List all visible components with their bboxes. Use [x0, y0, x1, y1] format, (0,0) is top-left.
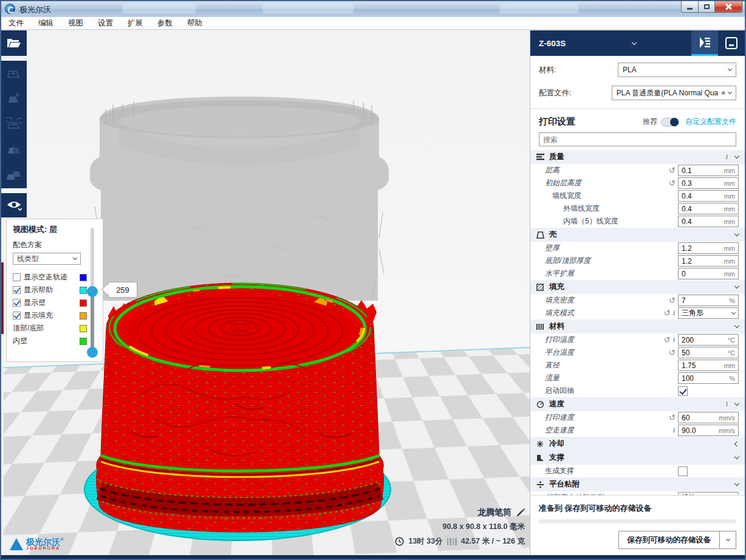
- layer-option-row: 显示填充: [13, 309, 87, 322]
- chevron-down-icon: [734, 401, 739, 406]
- section-header-adhesion[interactable]: 平台粘附: [530, 477, 745, 491]
- printer-select[interactable]: Z-603S: [530, 39, 691, 48]
- setting-input[interactable]: 1.2mm: [678, 242, 739, 254]
- window-border-accent: [1, 262, 4, 334]
- chevron-down-icon: [632, 39, 637, 44]
- reset-icon[interactable]: ↺: [664, 335, 671, 344]
- show-shell-checkbox[interactable]: [13, 299, 21, 307]
- view-mode-button[interactable]: [1, 193, 27, 217]
- section-header-cooling[interactable]: 冷却: [530, 437, 745, 451]
- slider-handle-top[interactable]: [87, 286, 98, 297]
- mirror-tool-button[interactable]: [1, 137, 27, 163]
- setting-input[interactable]: 90.0mm/s: [678, 425, 739, 436]
- setting-input[interactable]: 0.1mm: [678, 165, 739, 176]
- rotate-tool-button[interactable]: [1, 112, 27, 137]
- menu-view[interactable]: 视图: [68, 18, 83, 29]
- material-select[interactable]: PLA: [618, 63, 736, 77]
- per-model-settings-button[interactable]: [1, 163, 27, 188]
- material-usage: 42.57 米 / ~ 126 克: [461, 536, 525, 547]
- adhesion-icon: [536, 481, 545, 488]
- filament-icon: [447, 538, 457, 545]
- minimize-button[interactable]: [681, 1, 699, 13]
- reset-icon[interactable]: ↺: [669, 348, 676, 357]
- search-input[interactable]: [539, 132, 736, 146]
- setting-row: 内墙（5）线宽度 0.4mm: [530, 215, 745, 228]
- custom-profiles-link[interactable]: 自定义配置文件: [685, 117, 736, 127]
- setting-row: 壁厚 1.2mm: [530, 242, 745, 254]
- section-header-speed[interactable]: 速度 i: [530, 397, 745, 411]
- slider-handle-bottom[interactable]: [87, 347, 98, 358]
- helpers-color-swatch: [80, 287, 87, 294]
- app-window: 极光尔沃 文件 编辑 视图 设置 扩展 参数 帮助: [0, 0, 746, 560]
- profile-select[interactable]: PLA 普通质量(PLA Normal Qua ★: [612, 86, 736, 100]
- section-header-material[interactable]: 材料: [530, 319, 745, 333]
- move-tool-button[interactable]: [1, 61, 27, 86]
- reset-icon[interactable]: ↺: [669, 296, 676, 305]
- chevron-down-icon: [734, 284, 739, 289]
- recommended-label: 推荐: [643, 117, 657, 127]
- generate-support-checkbox[interactable]: [678, 466, 688, 476]
- section-header-shell[interactable]: 壳: [530, 228, 745, 242]
- menu-edit[interactable]: 编辑: [38, 18, 53, 29]
- section-header-support[interactable]: 支撑: [530, 451, 745, 465]
- setting-input[interactable]: 0.3mm: [678, 177, 739, 189]
- maximize-button[interactable]: [699, 1, 715, 13]
- reset-icon[interactable]: ↺: [669, 413, 676, 422]
- save-to-removable-button[interactable]: 保存到可移动的存储设备: [618, 531, 737, 549]
- setting-row: 层高 ↺ 0.1mm: [530, 164, 745, 177]
- chevron-down-icon: [734, 154, 739, 159]
- menu-parameters[interactable]: 参数: [157, 18, 173, 29]
- menu-file[interactable]: 文件: [9, 18, 24, 29]
- setting-row: 生成支撑: [530, 465, 745, 477]
- setting-input[interactable]: 0mm: [678, 268, 739, 279]
- section-header-quality[interactable]: 质量 i: [530, 150, 745, 164]
- open-file-button[interactable]: [1, 30, 27, 56]
- show-travels-checkbox[interactable]: [13, 273, 21, 281]
- menu-help[interactable]: 帮助: [187, 18, 202, 29]
- top-bottom-color-swatch: [80, 325, 87, 332]
- slider-track-upper[interactable]: [91, 228, 94, 291]
- info-icon: i: [726, 400, 728, 409]
- setting-input[interactable]: 0.4mm: [678, 203, 739, 214]
- setting-input[interactable]: 60mm/s: [678, 412, 739, 423]
- tab-monitor[interactable]: [718, 30, 745, 56]
- reset-icon[interactable]: ↺: [669, 166, 676, 175]
- setting-row: 底部/顶部厚度 1.2mm: [530, 254, 745, 267]
- show-infill-checkbox[interactable]: [13, 312, 21, 319]
- reset-icon[interactable]: ↺: [669, 179, 676, 188]
- menu-settings[interactable]: 设置: [98, 18, 113, 29]
- menu-extensions[interactable]: 扩展: [128, 18, 143, 29]
- show-helpers-checkbox[interactable]: [13, 286, 21, 294]
- close-button[interactable]: [715, 1, 742, 13]
- setting-input[interactable]: 1.75mm: [678, 360, 739, 371]
- tab-prepare-slice[interactable]: [691, 30, 718, 56]
- section-header-infill[interactable]: 填充: [530, 280, 745, 294]
- settings-panel: Z-603S: [530, 30, 745, 555]
- retraction-checkbox[interactable]: [678, 386, 688, 396]
- reset-icon[interactable]: ↺: [664, 309, 671, 318]
- slider-track-lower[interactable]: [91, 291, 94, 352]
- layer-option-row: 顶部/底部: [13, 322, 87, 335]
- save-options-dropdown[interactable]: [719, 531, 736, 548]
- setting-select[interactable]: 三角形: [678, 307, 739, 319]
- edit-pencil-icon[interactable]: [516, 508, 525, 517]
- setting-input[interactable]: 100%: [678, 372, 739, 384]
- setting-input[interactable]: 1.2mm: [678, 255, 739, 267]
- setting-row: 填充密度 ↺ 7%: [530, 294, 745, 307]
- setting-input[interactable]: 200°C: [678, 334, 739, 346]
- setting-row: 填充模式 ↺ i 三角形: [530, 307, 745, 319]
- title-bar: 极光尔沃: [1, 1, 745, 17]
- setting-input[interactable]: 7%: [678, 295, 739, 306]
- scale-tool-button[interactable]: [1, 86, 27, 112]
- chevron-down-icon: [731, 310, 736, 314]
- progress-bar: [539, 519, 736, 524]
- recommended-custom-toggle[interactable]: [661, 118, 679, 126]
- shell-color-swatch: [80, 299, 87, 307]
- setting-input[interactable]: 0.4mm: [678, 216, 739, 227]
- setting-input[interactable]: 50°C: [678, 347, 739, 358]
- layer-range-slider[interactable]: [88, 228, 97, 359]
- view-mode-eye-icon: [6, 200, 22, 211]
- print-time: 13时 33分: [408, 536, 442, 547]
- setting-input[interactable]: 0.4mm: [678, 190, 739, 202]
- color-scheme-select[interactable]: 线类型: [13, 253, 81, 265]
